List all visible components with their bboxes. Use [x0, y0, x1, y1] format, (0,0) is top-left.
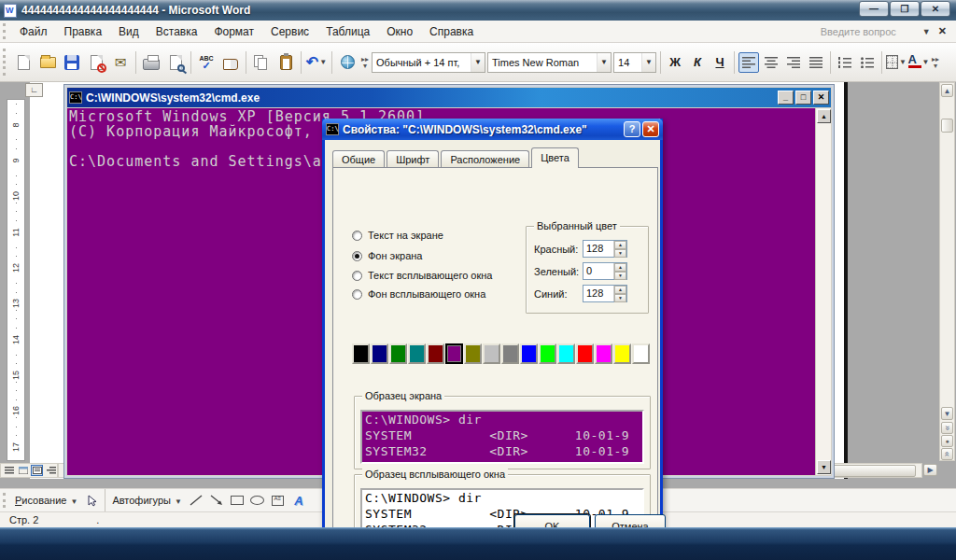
chevron-down-icon[interactable]: ▼	[922, 27, 931, 36]
menu-table[interactable]: Таблица	[317, 22, 378, 41]
menu-format[interactable]: Формат	[205, 22, 262, 41]
help-button[interactable]: ?	[624, 121, 640, 137]
color-swatch[interactable]	[576, 343, 594, 364]
print-preview-button[interactable]	[164, 51, 187, 74]
font-size-combobox[interactable]: 14 ▼	[613, 52, 656, 73]
cmd-minimize-button[interactable]: _	[778, 91, 794, 105]
toolbar-options-button[interactable]: ▸▸▾	[932, 56, 939, 69]
browse-object-button[interactable]: ●	[941, 435, 953, 447]
cmd-maximize-button[interactable]: □	[795, 91, 811, 105]
chevron-down-icon[interactable]: ▼	[899, 58, 907, 66]
color-swatch[interactable]	[408, 343, 426, 364]
line-tool-button[interactable]	[188, 494, 204, 507]
drawing-menu-button[interactable]: РРисованиеисование ▼	[11, 495, 81, 506]
toolbar-options-button[interactable]: ▸▸▾	[361, 56, 369, 69]
toolbar-grip[interactable]	[3, 49, 7, 76]
green-spinbox[interactable]: 0 ▲▼	[583, 262, 627, 280]
wordart-button[interactable]: А	[290, 494, 307, 507]
menu-help[interactable]: Справка	[421, 22, 482, 41]
color-swatch[interactable]	[501, 343, 519, 364]
borders-button[interactable]: ▼	[886, 52, 907, 73]
restore-button[interactable]: ❐	[890, 1, 920, 17]
arrow-tool-button[interactable]	[208, 494, 225, 507]
save-button[interactable]	[61, 51, 83, 74]
option-screen-text[interactable]: Текст на экране	[352, 230, 443, 241]
menu-window[interactable]: Окно	[378, 22, 421, 41]
tab-colors[interactable]: Цвета	[531, 147, 579, 168]
normal-view-button[interactable]	[3, 465, 15, 476]
dialog-titlebar[interactable]: C:\ Свойства: "C:\WINDOWS\system32\cmd.e…	[322, 119, 663, 140]
option-screen-background[interactable]: Фон экрана	[352, 250, 422, 261]
option-popup-text[interactable]: Текст всплывающего окна	[352, 270, 492, 281]
red-spinbox[interactable]: 128 ▲▼	[583, 240, 627, 258]
color-swatch[interactable]	[613, 343, 631, 364]
oval-tool-button[interactable]	[249, 494, 266, 507]
radio-icon-selected[interactable]	[352, 251, 362, 261]
new-document-button[interactable]	[12, 51, 35, 74]
rectangle-tool-button[interactable]	[229, 494, 246, 507]
chevron-down-icon[interactable]: ▼	[597, 53, 611, 72]
underline-button[interactable]: Ч	[710, 52, 730, 73]
minimize-button[interactable]: —	[859, 1, 889, 17]
chevron-down-icon[interactable]: ▼	[922, 58, 930, 66]
color-swatch[interactable]	[520, 343, 538, 364]
scroll-up-button[interactable]: ▲	[941, 84, 953, 97]
ask-question-box[interactable]: Введите вопрос ▼ ✕	[821, 25, 956, 37]
research-button[interactable]	[219, 51, 242, 74]
justify-button[interactable]	[806, 52, 826, 73]
cmd-scrollbar[interactable]: ▲ ▼	[815, 108, 831, 475]
spin-down-icon[interactable]: ▼	[614, 272, 626, 280]
close-icon[interactable]: ✕	[938, 25, 947, 37]
tab-layout[interactable]: Расположение	[441, 150, 529, 168]
color-swatch[interactable]	[427, 343, 444, 364]
radio-icon[interactable]	[352, 289, 362, 300]
color-swatch[interactable]	[539, 343, 556, 364]
toolbar-grip[interactable]	[3, 23, 7, 38]
spelling-button[interactable]: ABC✓	[195, 51, 218, 74]
tab-font[interactable]: Шрифт	[387, 150, 439, 168]
ask-question-placeholder[interactable]: Введите вопрос	[821, 26, 896, 37]
permission-button[interactable]	[85, 51, 107, 74]
browse-previous-button[interactable]: »	[941, 422, 953, 434]
color-swatch[interactable]	[632, 343, 650, 364]
red-value[interactable]: 128	[583, 241, 613, 257]
color-swatch[interactable]	[483, 343, 500, 364]
vertical-scroll-thumb[interactable]	[941, 119, 953, 133]
menu-edit[interactable]: Правка	[56, 22, 111, 41]
close-button[interactable]: ✕	[921, 1, 950, 17]
align-center-button[interactable]	[761, 52, 781, 73]
open-button[interactable]	[36, 51, 59, 74]
numbered-list-button[interactable]	[835, 52, 855, 73]
option-popup-background[interactable]: Фон всплывающего окна	[352, 288, 485, 300]
bold-button[interactable]: Ж	[665, 52, 685, 73]
bullet-list-button[interactable]	[857, 52, 878, 73]
color-swatch[interactable]	[557, 343, 575, 364]
hyperlink-button[interactable]	[336, 51, 358, 74]
vertical-scrollbar[interactable]: ▲ ▼ » ● »	[939, 82, 955, 461]
cmd-scroll-down-button[interactable]: ▼	[817, 460, 831, 474]
blue-spinbox[interactable]: 128 ▲▼	[583, 285, 627, 302]
chevron-down-icon[interactable]: ▼	[471, 53, 485, 72]
color-swatch[interactable]	[352, 343, 370, 364]
tab-general[interactable]: Общие	[332, 150, 385, 168]
copy-button[interactable]	[250, 51, 273, 74]
font-combobox[interactable]: Times New Roman ▼	[487, 52, 612, 73]
browse-next-button[interactable]: »	[941, 448, 953, 460]
print-layout-button[interactable]	[31, 465, 43, 476]
align-right-button[interactable]	[783, 52, 804, 73]
select-objects-button[interactable]	[83, 494, 100, 507]
chevron-down-icon[interactable]: ▼	[641, 53, 655, 72]
web-layout-button[interactable]	[17, 465, 29, 476]
email-button[interactable]: ✉	[109, 51, 132, 74]
color-swatch[interactable]	[389, 343, 407, 364]
color-swatch[interactable]	[595, 343, 612, 364]
outline-view-button[interactable]	[45, 465, 57, 476]
spin-down-icon[interactable]: ▼	[614, 294, 626, 302]
chevron-down-icon[interactable]: ▼	[319, 58, 327, 66]
scroll-down-button[interactable]: ▼	[941, 407, 953, 420]
color-swatch[interactable]	[371, 343, 388, 364]
menu-tools[interactable]: Сервис	[262, 22, 317, 41]
autoshapes-menu-button[interactable]: Автофигуры ▼	[108, 495, 186, 506]
print-button[interactable]	[140, 51, 162, 74]
style-combobox[interactable]: Обычный + 14 пт, ▼	[372, 52, 485, 73]
